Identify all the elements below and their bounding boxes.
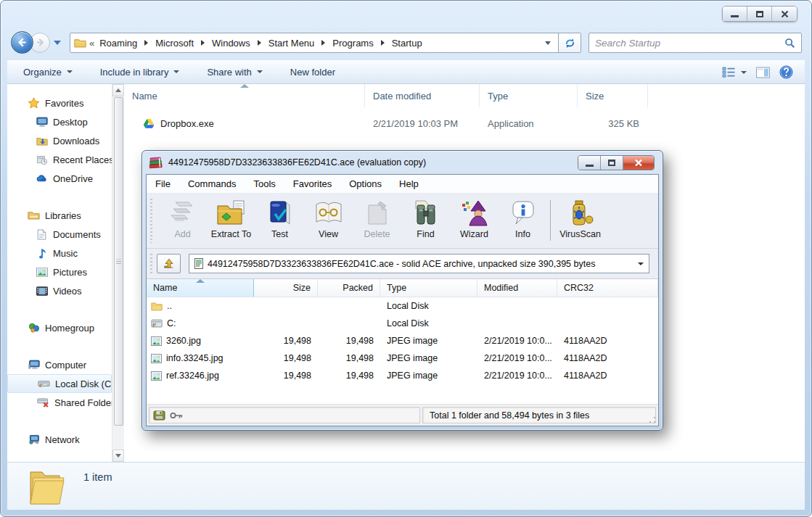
sidebar-item-label: Desktop (53, 117, 112, 128)
change-view-button[interactable] (722, 67, 747, 78)
menu-help[interactable]: Help (399, 178, 419, 189)
statusbar-total-text: Total 1 folder and 58,494 bytes in 3 fil… (430, 410, 589, 421)
column-header-packed[interactable]: Packed (318, 279, 380, 297)
breadcrumb-item-roaming[interactable]: Roaming (98, 38, 139, 49)
info-button[interactable]: Info (499, 197, 547, 248)
address-bar[interactable]: « Roaming Microsoft Windows Start Menu P… (70, 33, 581, 53)
sidebar-item-shared-folders[interactable]: Shared Folders (7, 393, 112, 412)
breadcrumb-separator-icon[interactable] (321, 40, 325, 46)
file-list-header: Name Date modified Type Size (124, 84, 805, 107)
file-row-dropbox-exe[interactable]: Dropbox.exe 2/21/2019 10:03 PM Applicati… (124, 112, 805, 134)
breadcrumb-separator-icon[interactable] (144, 40, 148, 46)
scroll-down-button[interactable] (112, 450, 124, 462)
recent-pages-dropdown[interactable] (54, 41, 61, 45)
include-in-library-menu[interactable]: Include in library (100, 67, 180, 78)
help-button[interactable] (779, 65, 793, 79)
menu-tools[interactable]: Tools (253, 178, 275, 189)
preview-pane-button[interactable] (756, 67, 770, 78)
maximize-button[interactable] (601, 156, 623, 170)
minimize-button[interactable] (723, 7, 747, 21)
sidebar-item-downloads[interactable]: Downloads (7, 131, 112, 150)
column-header-date-modified[interactable]: Date modified (365, 84, 480, 107)
sidebar-item-pictures[interactable]: Pictures (7, 262, 112, 281)
breadcrumb-item-programs[interactable]: Programs (331, 38, 374, 49)
sidebar-group-network[interactable]: Network (7, 430, 112, 449)
share-with-menu[interactable]: Share with (207, 67, 262, 78)
test-button[interactable]: Test (255, 197, 304, 248)
breadcrumb-separator-icon[interactable] (381, 40, 385, 46)
sidebar-item-documents[interactable]: Documents (7, 225, 112, 244)
statusbar-left-panel (149, 407, 420, 423)
sidebar-scrollbar[interactable] (112, 84, 124, 462)
chevron-down-icon (173, 70, 179, 73)
address-dropdown-icon[interactable] (545, 41, 551, 45)
archive-row-parent-dir[interactable]: .. Local Disk (147, 297, 658, 315)
breadcrumb-item-windows[interactable]: Windows (210, 38, 252, 49)
breadcrumb-item-microsoft[interactable]: Microsoft (154, 38, 195, 49)
column-header-modified[interactable]: Modified (477, 279, 557, 297)
sidebar-item-desktop[interactable]: Desktop (7, 112, 112, 131)
combo-dropdown-button[interactable] (633, 255, 649, 273)
refresh-button[interactable] (558, 33, 581, 52)
find-button[interactable]: Find (401, 197, 450, 248)
delete-button[interactable]: Delete (353, 197, 401, 248)
menu-options[interactable]: Options (349, 178, 382, 189)
breadcrumb-separator-icon[interactable] (258, 40, 261, 46)
toolbar-label: Test (271, 229, 288, 239)
menu-favorites[interactable]: Favorites (293, 178, 332, 189)
star-icon (27, 97, 41, 109)
breadcrumb-item-startup[interactable]: Startup (390, 38, 424, 49)
item-count: 1 item (83, 471, 112, 483)
new-folder-button[interactable]: New folder (290, 67, 335, 78)
folder-up-icon (151, 302, 163, 311)
forward-arrow-icon (35, 37, 46, 48)
virusscan-button[interactable]: VirusScan (556, 197, 604, 248)
breadcrumb-separator-icon[interactable] (201, 40, 205, 46)
column-header-size[interactable]: Size (578, 84, 648, 107)
sidebar-group-label: Libraries (45, 210, 112, 221)
sidebar-group-libraries[interactable]: Libraries (7, 206, 112, 225)
menu-commands[interactable]: Commands (188, 178, 236, 189)
up-directory-button[interactable] (157, 254, 181, 273)
breadcrumb-item-start-menu[interactable]: Start Menu (267, 38, 316, 49)
archive-row-c-drive[interactable]: C: Local Disk (147, 315, 658, 332)
search-icon[interactable] (784, 38, 795, 49)
sidebar-group-computer[interactable]: Computer (7, 355, 112, 374)
archive-row-info-33245-jpg[interactable]: info.33245.jpg 19,498 19,498 JPEG image … (147, 350, 658, 367)
sidebar-group-favorites[interactable]: Favorites (7, 94, 112, 112)
scroll-up-button[interactable] (112, 84, 124, 96)
minimize-button[interactable] (578, 156, 601, 170)
archive-list-header: Name Size Packed Type Modified CRC32 (147, 279, 658, 297)
menu-file[interactable]: File (155, 178, 171, 189)
column-header-size[interactable]: Size (254, 279, 318, 297)
key-icon (170, 411, 184, 420)
add-button[interactable]: Add (158, 197, 207, 248)
back-button[interactable] (11, 31, 33, 54)
column-header-name[interactable]: Name (147, 279, 254, 297)
close-button[interactable] (623, 156, 654, 170)
column-header-type[interactable]: Type (380, 279, 477, 297)
archive-path-combobox[interactable]: 44912475958D7D3323633836FE62D41C.ace - s… (189, 254, 649, 273)
organize-menu[interactable]: Organize (23, 67, 73, 78)
wizard-button[interactable]: Wizard (450, 197, 499, 248)
sidebar-item-music[interactable]: Music (7, 244, 112, 262)
sidebar-item-onedrive[interactable]: OneDrive (7, 169, 112, 188)
archive-row-3260-jpg[interactable]: 3260.jpg 19,498 19,498 JPEG image 2/21/2… (147, 332, 658, 350)
virusscan-icon (566, 197, 595, 229)
breadcrumb-overflow[interactable]: « (89, 38, 94, 49)
sidebar-item-recent-places[interactable]: Recent Places (7, 150, 112, 169)
view-button[interactable]: View (304, 197, 353, 248)
scrollbar-thumb[interactable] (114, 97, 123, 426)
column-header-name[interactable]: Name (124, 84, 365, 107)
archive-row-ref-33246-jpg[interactable]: ref.33246.jpg 19,498 19,498 JPEG image 2… (147, 367, 658, 384)
sidebar-item-videos[interactable]: Videos (7, 281, 112, 300)
column-header-crc32[interactable]: CRC32 (557, 279, 658, 297)
maximize-button[interactable] (747, 7, 772, 21)
extract-to-button[interactable]: Extract To (207, 197, 255, 248)
column-header-type[interactable]: Type (480, 84, 578, 107)
sidebar-group-homegroup[interactable]: Homegroup (7, 318, 112, 337)
resize-grip[interactable] (649, 416, 656, 423)
search-input[interactable] (595, 38, 784, 49)
sidebar-item-local-disk-c[interactable]: Local Disk (C:) (7, 374, 112, 393)
close-button[interactable] (772, 7, 797, 21)
